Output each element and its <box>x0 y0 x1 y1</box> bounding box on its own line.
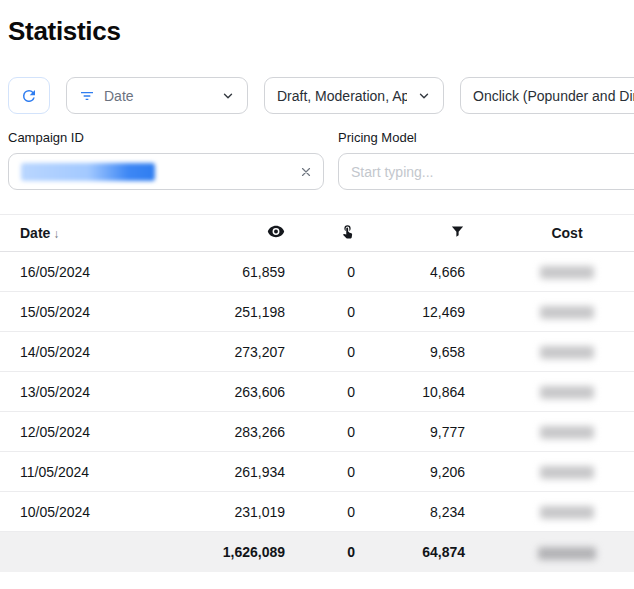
chevron-down-icon <box>221 89 235 103</box>
pricing-model-input-wrap <box>338 153 634 190</box>
campaign-id-field-group: Campaign ID <box>8 130 324 190</box>
column-header-date[interactable]: Date↓ <box>0 215 170 252</box>
row-clicks: 0 <box>290 412 360 452</box>
row-date: 13/05/2024 <box>0 372 170 412</box>
total-conversions: 64,874 <box>360 532 470 572</box>
redacted-total-cost <box>538 547 596 560</box>
chevron-down-icon <box>417 89 431 103</box>
table-header-row: Date↓ Cost <box>0 215 634 252</box>
redacted-campaign-id-value <box>21 163 155 181</box>
toolbar: Date Draft, Moderation, Approv Onclick (… <box>8 77 634 114</box>
row-impressions: 231,019 <box>170 492 290 532</box>
row-conversions: 9,777 <box>360 412 470 452</box>
row-conversions: 9,206 <box>360 452 470 492</box>
row-clicks: 0 <box>290 492 360 532</box>
page-title: Statistics <box>8 16 626 47</box>
campaign-id-label: Campaign ID <box>8 130 324 145</box>
row-date: 16/05/2024 <box>0 252 170 292</box>
row-date: 10/05/2024 <box>0 492 170 532</box>
row-cost <box>470 412 634 452</box>
campaign-id-input[interactable] <box>8 153 324 190</box>
row-cost <box>470 252 634 292</box>
total-impressions: 1,626,089 <box>170 532 290 572</box>
filter-sort-icon <box>79 88 95 104</box>
clear-icon[interactable] <box>299 165 313 179</box>
row-conversions: 12,469 <box>360 292 470 332</box>
sort-desc-icon: ↓ <box>53 227 59 241</box>
row-clicks: 0 <box>290 332 360 372</box>
table-row: 14/05/2024 273,207 0 9,658 <box>0 332 634 372</box>
column-header-conversions[interactable] <box>360 215 470 252</box>
row-impressions: 263,606 <box>170 372 290 412</box>
row-date: 11/05/2024 <box>0 452 170 492</box>
column-header-impressions[interactable] <box>170 215 290 252</box>
refresh-icon <box>20 87 38 105</box>
table-row: 10/05/2024 231,019 0 8,234 <box>0 492 634 532</box>
table-row: 12/05/2024 283,266 0 9,777 <box>0 412 634 452</box>
ad-format-filter-dropdown[interactable]: Onclick (Popunder and Dir <box>460 77 634 114</box>
row-cost <box>470 292 634 332</box>
cost-header-label: Cost <box>551 225 582 241</box>
column-header-cost[interactable]: Cost <box>470 215 634 252</box>
row-impressions: 261,934 <box>170 452 290 492</box>
row-impressions: 61,859 <box>170 252 290 292</box>
table-total-row: 1,626,089 0 64,874 <box>0 532 634 572</box>
eye-icon <box>267 223 285 244</box>
date-filter-dropdown[interactable]: Date <box>66 77 248 114</box>
total-cost <box>470 532 634 572</box>
redacted-cost <box>540 346 594 359</box>
row-impressions: 273,207 <box>170 332 290 372</box>
total-clicks: 0 <box>290 532 360 572</box>
row-cost <box>470 332 634 372</box>
redacted-cost <box>540 306 594 319</box>
redacted-cost <box>540 466 594 479</box>
date-filter-label: Date <box>104 88 211 104</box>
redacted-cost <box>540 506 594 519</box>
table-row: 15/05/2024 251,198 0 12,469 <box>0 292 634 332</box>
status-filter-dropdown[interactable]: Draft, Moderation, Approv <box>264 77 444 114</box>
row-conversions: 4,666 <box>360 252 470 292</box>
pricing-model-label: Pricing Model <box>338 130 634 145</box>
filter-fields: Campaign ID Pricing Model <box>8 130 634 190</box>
column-header-clicks[interactable] <box>290 215 360 252</box>
click-touch-icon <box>340 224 355 242</box>
date-header-label: Date <box>20 225 50 241</box>
redacted-cost <box>540 266 594 279</box>
redacted-cost <box>540 386 594 399</box>
funnel-icon <box>450 224 465 242</box>
row-date: 14/05/2024 <box>0 332 170 372</box>
pricing-model-field-group: Pricing Model <box>338 130 634 190</box>
row-conversions: 9,658 <box>360 332 470 372</box>
table-body: 16/05/2024 61,859 0 4,666 15/05/2024 251… <box>0 252 634 532</box>
redacted-cost <box>540 426 594 439</box>
row-clicks: 0 <box>290 372 360 412</box>
row-impressions: 251,198 <box>170 292 290 332</box>
row-clicks: 0 <box>290 452 360 492</box>
status-filter-label: Draft, Moderation, Approv <box>277 88 407 104</box>
pricing-model-input[interactable] <box>351 164 634 180</box>
row-clicks: 0 <box>290 252 360 292</box>
ad-format-filter-label: Onclick (Popunder and Dir <box>473 88 634 104</box>
table-row: 11/05/2024 261,934 0 9,206 <box>0 452 634 492</box>
row-clicks: 0 <box>290 292 360 332</box>
row-cost <box>470 492 634 532</box>
row-cost <box>470 372 634 412</box>
row-conversions: 10,864 <box>360 372 470 412</box>
statistics-table: Date↓ Cost 16/05/2024 <box>0 214 634 572</box>
row-cost <box>470 452 634 492</box>
refresh-button[interactable] <box>8 77 50 114</box>
row-date: 15/05/2024 <box>0 292 170 332</box>
table-row: 16/05/2024 61,859 0 4,666 <box>0 252 634 292</box>
total-row-spacer <box>0 532 170 572</box>
row-date: 12/05/2024 <box>0 412 170 452</box>
table-row: 13/05/2024 263,606 0 10,864 <box>0 372 634 412</box>
row-impressions: 283,266 <box>170 412 290 452</box>
row-conversions: 8,234 <box>360 492 470 532</box>
